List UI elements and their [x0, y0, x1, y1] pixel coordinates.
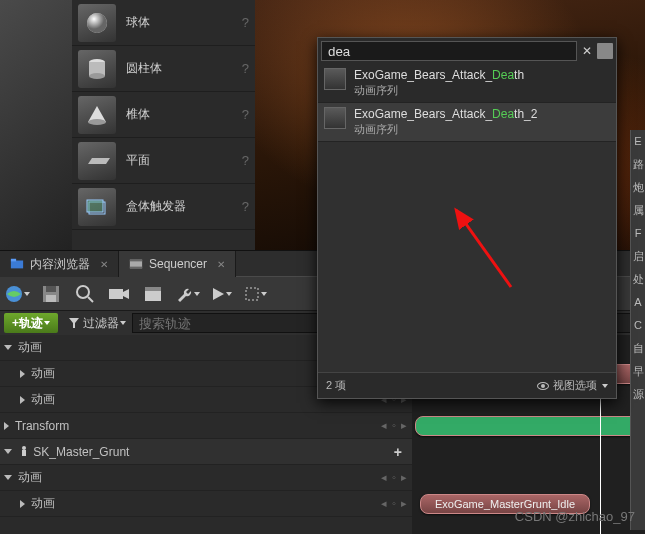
search-result[interactable]: ExoGame_Bears_Attack_Death 动画序列	[318, 64, 616, 103]
add-track-button[interactable]: + 轨迹	[4, 313, 58, 333]
svg-point-19	[77, 286, 89, 298]
close-icon[interactable]: ✕	[100, 259, 108, 270]
svg-point-1	[87, 13, 107, 33]
right-details-strip: E路炮属F启处AC自早源	[630, 130, 645, 530]
filter-icon	[68, 317, 80, 329]
result-subtitle: 动画序列	[354, 83, 524, 98]
actor-row[interactable]: SK_Master_Grunt+	[0, 439, 412, 465]
cylinder-icon	[78, 50, 116, 88]
track-label: 动画	[31, 495, 381, 512]
svg-point-6	[88, 119, 106, 125]
svg-line-31	[456, 210, 511, 287]
tab-label: Sequencer	[149, 257, 207, 271]
wrench-button[interactable]	[174, 281, 200, 307]
plane-icon	[78, 142, 116, 180]
svg-point-4	[89, 73, 105, 79]
svg-point-28	[22, 446, 26, 450]
svg-rect-14	[130, 267, 142, 269]
tab-sequencer[interactable]: Sequencer ✕	[119, 251, 236, 277]
result-title: ExoGame_Bears_Attack_Death_2	[354, 107, 537, 122]
sphere-icon	[78, 4, 116, 42]
shape-label: 平面	[126, 152, 242, 169]
shape-label: 圆柱体	[126, 60, 242, 77]
svg-rect-26	[246, 288, 258, 300]
save-button[interactable]	[38, 281, 64, 307]
svg-rect-24	[145, 287, 161, 291]
asset-search-popup: ✕ ExoGame_Bears_Attack_Death 动画序列 ExoGam…	[317, 37, 617, 399]
clear-icon[interactable]: ✕	[579, 44, 595, 58]
clapper-button[interactable]	[140, 281, 166, 307]
popup-body	[318, 142, 616, 372]
section-label: 动画	[18, 469, 381, 486]
tab-label: 内容浏览器	[30, 256, 90, 273]
search-button[interactable]	[72, 281, 98, 307]
shape-label: 盒体触发器	[126, 198, 242, 215]
cone-icon	[78, 96, 116, 134]
svg-rect-11	[11, 259, 16, 262]
marquee-button[interactable]	[242, 281, 268, 307]
shape-box-trigger[interactable]: 盒体触发器 ?	[72, 184, 255, 230]
svg-rect-29	[22, 450, 26, 456]
anim-section-row[interactable]: 动画◂ ◦ ▸	[0, 465, 412, 491]
svg-rect-21	[109, 289, 123, 299]
tab-content-browser[interactable]: 内容浏览器 ✕	[0, 251, 119, 277]
actor-label: SK_Master_Grunt	[33, 445, 393, 459]
shape-cone[interactable]: 椎体 ?	[72, 92, 255, 138]
svg-marker-22	[123, 289, 129, 299]
watermark: CSDN @zhichao_97	[515, 509, 635, 524]
result-count: 2 项	[326, 378, 346, 393]
key-nav-icons[interactable]: ◂ ◦ ▸	[381, 497, 408, 510]
key-nav-icons[interactable]: ◂ ◦ ▸	[381, 419, 408, 432]
result-title: ExoGame_Bears_Attack_Death	[354, 68, 524, 83]
plus-icon[interactable]: +	[394, 444, 402, 460]
eye-icon	[537, 382, 549, 390]
camera-button[interactable]	[106, 281, 132, 307]
help-icon[interactable]: ?	[242, 153, 249, 168]
svg-rect-10	[11, 261, 23, 269]
svg-marker-25	[213, 288, 224, 300]
view-options-button[interactable]: 视图选项	[537, 378, 608, 393]
svg-marker-27	[69, 318, 79, 328]
asset-search-input[interactable]	[321, 41, 577, 61]
close-icon[interactable]: ✕	[217, 259, 225, 270]
filter-button[interactable]: 过滤器	[62, 315, 132, 332]
user-icon[interactable]	[597, 43, 613, 59]
shape-label: 球体	[126, 14, 242, 31]
track-label: Transform	[15, 419, 381, 433]
shape-plane[interactable]: 平面 ?	[72, 138, 255, 184]
svg-line-20	[88, 297, 93, 302]
shape-sphere[interactable]: 球体 ?	[72, 0, 255, 46]
result-subtitle: 动画序列	[354, 122, 537, 137]
search-result[interactable]: ExoGame_Bears_Attack_Death_2 动画序列	[318, 103, 616, 142]
transform-row[interactable]: Transform◂ ◦ ▸	[0, 413, 412, 439]
anim-track-row[interactable]: 动画◂ ◦ ▸	[0, 491, 412, 517]
shape-label: 椎体	[126, 106, 242, 123]
key-nav-icons[interactable]: ◂ ◦ ▸	[381, 471, 408, 484]
skeletal-mesh-icon	[18, 445, 30, 459]
box-trigger-icon	[78, 188, 116, 226]
help-icon[interactable]: ?	[242, 107, 249, 122]
clip-green[interactable]	[415, 416, 645, 436]
svg-rect-17	[46, 286, 56, 292]
help-icon[interactable]: ?	[242, 15, 249, 30]
svg-rect-9	[87, 200, 103, 212]
world-button[interactable]	[4, 281, 30, 307]
play-button[interactable]	[208, 281, 234, 307]
svg-marker-7	[88, 158, 110, 164]
filter-label: 过滤器	[83, 315, 119, 332]
svg-rect-23	[145, 291, 161, 301]
help-icon[interactable]: ?	[242, 61, 249, 76]
sequencer-icon	[129, 257, 143, 271]
annotation-arrow-icon	[446, 202, 516, 292]
add-track-label: 轨迹	[19, 315, 43, 332]
anim-asset-icon	[324, 68, 346, 90]
folder-icon	[10, 257, 24, 271]
section-label: 动画	[18, 339, 336, 356]
view-options-label: 视图选项	[553, 378, 597, 393]
anim-asset-icon	[324, 107, 346, 129]
svg-rect-18	[46, 295, 56, 302]
shape-cylinder[interactable]: 圆柱体 ?	[72, 46, 255, 92]
svg-rect-13	[130, 260, 142, 262]
help-icon[interactable]: ?	[242, 199, 249, 214]
shape-palette: 球体 ? 圆柱体 ? 椎体 ? 平面 ? 盒体触发器 ?	[0, 0, 255, 250]
